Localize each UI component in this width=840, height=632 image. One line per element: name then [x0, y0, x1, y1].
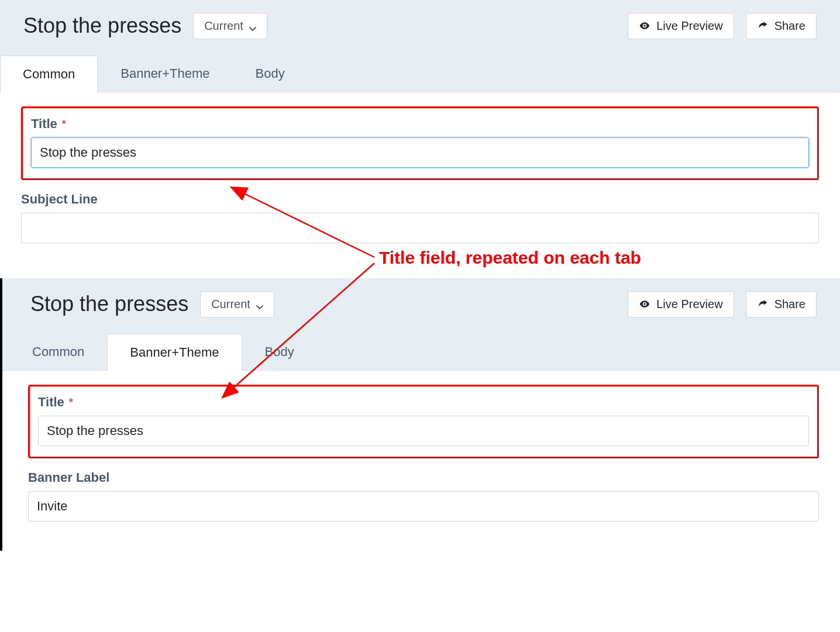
tab-banner-theme[interactable]: Banner+Theme — [98, 55, 232, 92]
title-field-label: Title * — [38, 395, 809, 410]
share-icon — [757, 298, 769, 310]
version-dropdown[interactable]: Current — [193, 13, 267, 39]
form-area: Title * Subject Line — [0, 92, 840, 272]
tab-body[interactable]: Body — [233, 55, 308, 92]
subject-field-label: Subject Line — [21, 192, 819, 207]
editor-panel-common: Stop the presses Current Live Preview Sh… — [0, 0, 840, 272]
tab-common[interactable]: Common — [0, 56, 98, 92]
editor-panel-banner: Stop the presses Current Live Preview Sh… — [0, 278, 840, 551]
eye-icon — [639, 298, 650, 310]
form-area: Title * Banner Label — [2, 371, 840, 551]
eye-icon — [639, 20, 650, 32]
required-star-icon: * — [62, 118, 66, 130]
annotation-text: Title field, repeated on each tab — [379, 248, 641, 268]
version-dropdown[interactable]: Current — [200, 291, 274, 317]
version-label: Current — [204, 19, 243, 33]
share-icon — [757, 20, 769, 32]
tabs-row: Common Banner+Theme Body — [0, 51, 840, 92]
chevron-down-icon — [249, 22, 256, 29]
page-title: Stop the presses — [30, 292, 188, 316]
tab-common[interactable]: Common — [9, 333, 107, 370]
required-star-icon: * — [69, 396, 73, 409]
live-preview-label: Live Preview — [656, 298, 722, 311]
title-input[interactable] — [38, 416, 809, 446]
tabs-row: Common Banner+Theme Body — [2, 330, 840, 371]
title-input[interactable] — [31, 137, 809, 168]
header-bar: Stop the presses Current Live Preview Sh… — [2, 278, 840, 330]
share-label: Share — [774, 298, 805, 311]
live-preview-button[interactable]: Live Preview — [628, 291, 734, 317]
tab-banner-theme[interactable]: Banner+Theme — [107, 334, 242, 371]
banner-label-field-group: Banner Label — [28, 470, 819, 522]
share-button[interactable]: Share — [746, 291, 817, 317]
header-bar: Stop the presses Current Live Preview Sh… — [0, 0, 840, 51]
tab-body[interactable]: Body — [242, 333, 317, 370]
subject-input[interactable] — [21, 213, 819, 243]
share-button[interactable]: Share — [746, 13, 817, 39]
subject-field-group: Subject Line — [21, 192, 819, 243]
version-label: Current — [211, 298, 250, 311]
share-label: Share — [774, 19, 805, 33]
title-field-label: Title * — [31, 116, 809, 132]
live-preview-button[interactable]: Live Preview — [628, 13, 734, 39]
annotation-highlight-box: Title * — [28, 385, 819, 458]
banner-label-input[interactable] — [28, 491, 819, 522]
banner-label-field-label: Banner Label — [28, 470, 819, 485]
annotation-highlight-box: Title * — [21, 106, 819, 180]
chevron-down-icon — [256, 301, 263, 308]
live-preview-label: Live Preview — [656, 19, 722, 33]
page-title: Stop the presses — [23, 13, 181, 38]
